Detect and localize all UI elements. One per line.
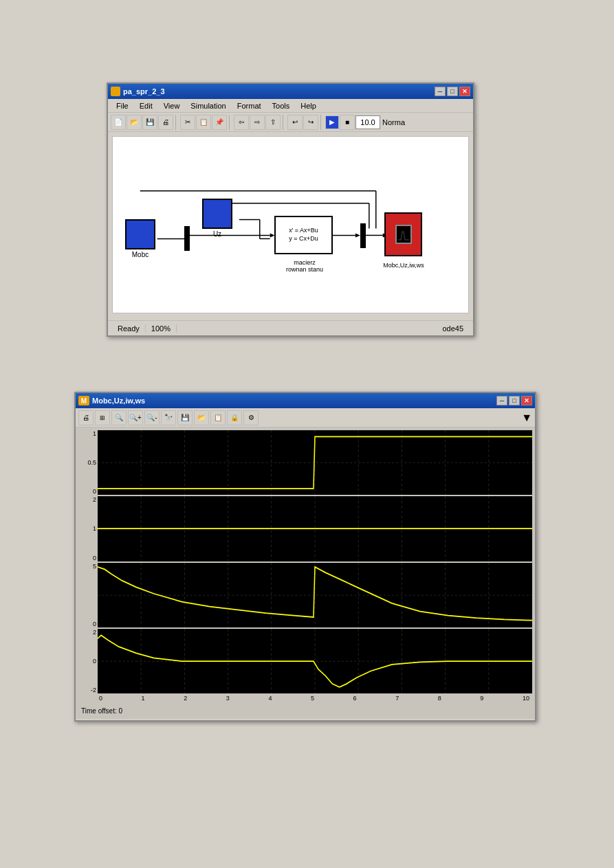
- scope-maximize-button[interactable]: □: [509, 396, 520, 405]
- status-ready: Ready: [112, 324, 146, 333]
- plot4-ymax: 2: [93, 629, 96, 636]
- simulink-canvas[interactable]: Mobc Uz x' = Ax+Bu y = Cx+Du macierz row…: [112, 136, 469, 313]
- xaxis-8: 8: [438, 695, 441, 704]
- menu-view[interactable]: View: [158, 102, 186, 110]
- plot3-yaxis: 5 0: [78, 563, 98, 627]
- simulink-titlebar-controls: ─ □ ✕: [435, 87, 470, 96]
- menu-tools[interactable]: Tools: [267, 102, 296, 110]
- plot1-yaxis: 1 0.5 0: [78, 430, 98, 495]
- plot4-canvas: [98, 629, 532, 693]
- scope-zoom-btn[interactable]: 🔍: [111, 410, 127, 425]
- state-space-block[interactable]: x' = Ax+Bu y = Cx+Du: [274, 216, 333, 254]
- mux1-block[interactable]: [184, 226, 190, 251]
- undo-back-button[interactable]: ⇦: [234, 115, 249, 130]
- print-button[interactable]: 🖨: [158, 115, 173, 130]
- undo-button[interactable]: ↩: [287, 115, 303, 130]
- status-zoom: 100%: [146, 324, 177, 333]
- up-button[interactable]: ⇧: [265, 115, 281, 130]
- simulink-menubar: File Edit View Simulation Format Tools H…: [108, 99, 473, 113]
- plot3-svg: [98, 563, 532, 627]
- xaxis-4: 4: [268, 695, 272, 704]
- paste-button[interactable]: 📌: [212, 115, 227, 130]
- plot2-ymid: 1: [93, 525, 96, 532]
- sim-time-input[interactable]: 10.0: [355, 115, 380, 129]
- scope-app-icon: M: [78, 396, 89, 405]
- open-button[interactable]: 📂: [127, 115, 142, 130]
- plot4-ymin: -2: [91, 687, 96, 693]
- menu-format[interactable]: Format: [232, 102, 267, 110]
- status-solver: ode45: [437, 324, 469, 333]
- plot2-ymin: 0: [93, 555, 96, 561]
- plot4-ymid: 0: [93, 658, 96, 665]
- run-button[interactable]: ▶: [325, 115, 339, 129]
- plot2-container: 2 1 0: [78, 496, 532, 561]
- maximize-button[interactable]: □: [447, 87, 458, 96]
- simulink-window: pa_spr_2_3 ─ □ ✕ File Edit View Simulati…: [107, 82, 474, 337]
- ss-label: macierz rownan stanu: [283, 259, 326, 273]
- scope-params-btn[interactable]: ⊞: [95, 410, 110, 425]
- copy-button[interactable]: 📋: [196, 115, 211, 130]
- plot4-container: 2 0 -2: [78, 629, 532, 693]
- scope-print-btn[interactable]: 🖨: [78, 410, 94, 425]
- cut-button[interactable]: ✂: [180, 115, 195, 130]
- mux2-block[interactable]: [360, 223, 366, 248]
- xaxis-labels: 0 1 2 3 4 5 6 7 8 9 10: [78, 695, 532, 704]
- plot2-yaxis: 2 1 0: [78, 496, 98, 561]
- time-offset-label: Time offset:: [81, 707, 117, 715]
- xaxis-1: 1: [142, 695, 145, 704]
- save-button[interactable]: 💾: [142, 115, 157, 130]
- toolbar-sep-4: [320, 115, 323, 130]
- plot3-ymin: 0: [93, 621, 96, 627]
- scope-zoom-out-btn[interactable]: 🔍-: [144, 410, 160, 425]
- ss-line2: y = Cx+Du: [289, 235, 318, 243]
- scope-copy-btn[interactable]: 📋: [210, 410, 226, 425]
- svg-line-18: [404, 232, 405, 240]
- plot2-canvas: [98, 496, 532, 561]
- scope-lock-btn[interactable]: 🔒: [227, 410, 242, 425]
- scope-config-btn[interactable]: ⚙: [243, 410, 259, 425]
- scope-block[interactable]: [384, 212, 422, 256]
- plot3-ymax: 5: [93, 563, 96, 570]
- uz-block[interactable]: Uz: [202, 199, 232, 238]
- plot2-ymax: 2: [93, 496, 96, 503]
- menu-edit[interactable]: Edit: [134, 102, 158, 110]
- plot2-svg: [98, 496, 532, 561]
- redo-forward-button[interactable]: ⇨: [250, 115, 265, 130]
- redo-button[interactable]: ↪: [303, 115, 318, 130]
- svg-marker-13: [355, 233, 360, 237]
- simulink-title: pa_spr_2_3: [123, 87, 165, 96]
- scope-display: [395, 225, 412, 244]
- scope-collapse-btn[interactable]: ▼: [521, 412, 532, 424]
- plot3-canvas: [98, 563, 532, 627]
- close-button[interactable]: ✕: [459, 87, 470, 96]
- stop-button[interactable]: ■: [340, 115, 355, 130]
- xaxis-9: 9: [480, 695, 483, 704]
- scope-minimize-button[interactable]: ─: [496, 396, 507, 405]
- xaxis-10: 10: [523, 695, 529, 704]
- scope-restore-btn[interactable]: 📂: [194, 410, 209, 425]
- scope-plots-area: 1 0.5 0: [76, 427, 535, 719]
- scope-titlebar-controls: ─ □ ✕: [496, 396, 532, 405]
- simulink-statusbar: Ready 100% ode45: [108, 320, 473, 335]
- plot1-ymid: 0.5: [87, 459, 96, 466]
- xaxis-6: 6: [353, 695, 357, 704]
- scope-close-button[interactable]: ✕: [521, 396, 532, 405]
- scope-zoom-in-btn[interactable]: 🔍+: [128, 410, 143, 425]
- toolbar-sep-1: [175, 115, 178, 130]
- scope-find-btn[interactable]: 🔭: [161, 410, 176, 425]
- menu-simulation[interactable]: Simulation: [185, 102, 231, 110]
- mobc-block[interactable]: Mobc: [125, 219, 155, 258]
- minimize-button[interactable]: ─: [435, 87, 446, 96]
- plot1-svg: [98, 430, 532, 495]
- scope-save-btn[interactable]: 💾: [177, 410, 193, 425]
- uz-block-body: [202, 199, 232, 229]
- new-button[interactable]: 📄: [111, 115, 126, 130]
- mobc-block-body: [125, 219, 155, 249]
- plot1-canvas: [98, 430, 532, 495]
- scope-titlebar: M Mobc,Uz,iw,ws ─ □ ✕: [76, 393, 535, 408]
- menu-help[interactable]: Help: [295, 102, 322, 110]
- toolbar-sep-3: [283, 115, 285, 130]
- time-offset-area: Time offset: 0: [78, 706, 532, 716]
- plot1-container: 1 0.5 0: [78, 430, 532, 495]
- menu-file[interactable]: File: [111, 102, 134, 110]
